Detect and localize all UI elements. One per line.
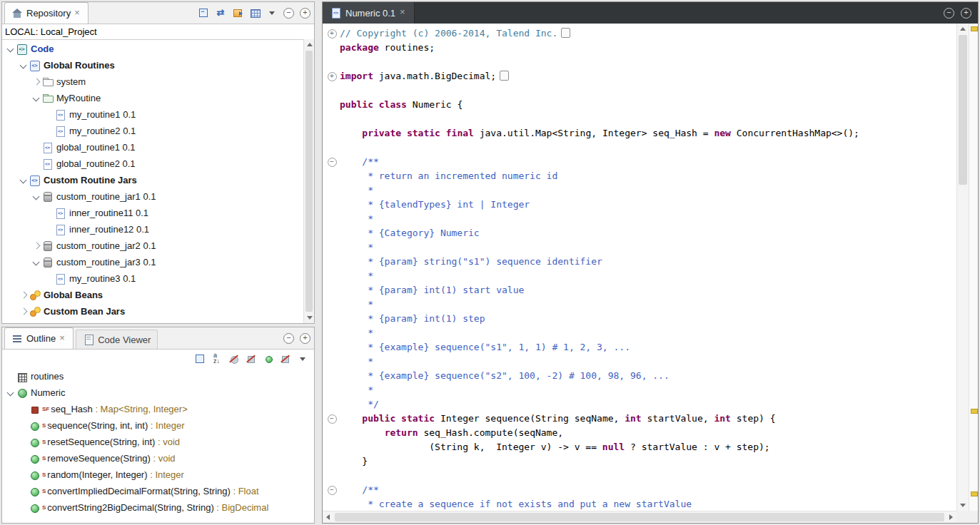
code-line[interactable]: − /** — [324, 483, 955, 497]
fold-collapse-icon[interactable]: − — [328, 158, 337, 167]
maximize-icon[interactable]: + — [300, 333, 310, 344]
collapsed-region-icon[interactable] — [500, 71, 509, 81]
editor-body[interactable]: +// Copyright (c) 2006-2014, Talend Inc.… — [323, 24, 978, 523]
tree-item[interactable]: Global Beans — [2, 287, 303, 303]
minimize-icon[interactable]: − — [944, 8, 954, 19]
tree-item[interactable]: system — [2, 73, 303, 90]
collapse-twistie-icon[interactable] — [31, 191, 42, 203]
code-line[interactable] — [324, 83, 955, 98]
code-line[interactable]: * {param} int(1) start value — [324, 283, 955, 297]
code-line[interactable]: − /** — [324, 155, 955, 169]
minimize-icon[interactable]: − — [283, 8, 294, 19]
tree-item[interactable]: Global Routines — [2, 57, 303, 73]
repository-scrollbar[interactable] — [303, 39, 314, 323]
outline-item[interactable]: SconvertString2BigDecimal(String, String… — [2, 499, 314, 516]
annotation-marker[interactable] — [971, 409, 978, 414]
view-menu-icon[interactable] — [297, 353, 308, 365]
code-line[interactable]: * {param} int(1) step — [324, 312, 955, 326]
close-tab-icon[interactable] — [59, 335, 66, 343]
outline-item[interactable]: Srandom(Integer, Integer) : Integer — [2, 467, 314, 483]
code-line[interactable]: * create a sequence if not exists and pu… — [324, 497, 955, 511]
tab-code-viewer[interactable]: Code Viewer — [76, 330, 158, 349]
code-line[interactable]: public class Numeric { — [324, 98, 955, 112]
code-line[interactable]: * {Category} Numeric — [324, 226, 955, 240]
code-line[interactable]: * — [324, 297, 955, 312]
scroll-down-icon[interactable] — [304, 312, 315, 323]
code-line[interactable]: +import java.math.BigDecimal; — [324, 69, 955, 83]
fold-expand-icon[interactable]: + — [328, 29, 337, 39]
annotation-marker[interactable] — [971, 491, 978, 496]
tree-item[interactable]: my_routine1 0.1 — [2, 106, 303, 123]
code-line[interactable]: * — [324, 240, 955, 255]
code-line[interactable]: */ — [324, 397, 955, 412]
minimize-icon[interactable]: − — [283, 333, 294, 344]
code-line[interactable]: * — [324, 383, 955, 397]
code-line[interactable] — [324, 55, 955, 69]
overview-ruler[interactable] — [969, 24, 978, 511]
outline-item[interactable]: SremoveSequence(String) : void — [2, 450, 314, 467]
tree-item[interactable]: inner_routine11 0.1 — [2, 205, 303, 221]
code-line[interactable]: return seq_Hash.compute(seqName, — [324, 426, 955, 440]
tree-item[interactable]: Code — [2, 41, 303, 57]
outline-item[interactable]: Numeric — [2, 384, 314, 401]
code-area[interactable]: +// Copyright (c) 2006-2014, Talend Inc.… — [324, 26, 955, 511]
tree-item[interactable]: inner_routine12 0.1 — [2, 221, 303, 238]
outline-item[interactable]: SconvertImpliedDecimalFormat(String, Str… — [2, 483, 314, 499]
code-line[interactable] — [324, 141, 955, 155]
code-line[interactable]: } — [324, 454, 955, 469]
view-menu-icon[interactable] — [266, 7, 278, 19]
expand-twistie-icon[interactable] — [18, 290, 29, 301]
code-line[interactable] — [324, 112, 955, 126]
scrollbar-thumb[interactable] — [305, 51, 313, 312]
close-tab-icon[interactable] — [400, 9, 407, 17]
code-line[interactable]: (String k, Integer v) -> v == null ? sta… — [324, 440, 955, 454]
tree-item[interactable]: my_routine3 0.1 — [2, 270, 303, 287]
scroll-right-icon[interactable] — [945, 511, 956, 524]
outline-item[interactable]: routines — [2, 368, 314, 384]
code-line[interactable]: * — [324, 355, 955, 369]
collapse-twistie-icon[interactable] — [5, 387, 16, 399]
code-line[interactable] — [324, 469, 955, 483]
tab-repository[interactable]: Repository — [4, 2, 89, 24]
code-line[interactable]: * — [324, 269, 955, 283]
scrollbar-thumb[interactable] — [335, 513, 944, 521]
scrollbar-thumb[interactable] — [959, 35, 967, 185]
tab-numeric[interactable]: Numeric 0.1 — [323, 2, 415, 24]
expand-twistie-icon[interactable] — [31, 76, 42, 88]
outline-item[interactable]: SresetSequence(String, int) : void — [2, 434, 314, 450]
code-line[interactable]: * return an incremented numeric id — [324, 169, 955, 183]
collapse-twistie-icon[interactable] — [18, 60, 29, 71]
code-line[interactable]: * — [324, 326, 955, 340]
collapse-twistie-icon[interactable] — [31, 93, 42, 104]
code-line[interactable]: − public static Integer sequence(String … — [324, 412, 955, 426]
hide-non-public-icon[interactable] — [263, 353, 274, 365]
collapse-all-icon[interactable] — [198, 7, 209, 19]
code-line[interactable]: * {example} sequence("s1", 1, 1) # 1, 2,… — [324, 340, 955, 355]
tree-item[interactable]: global_routine1 0.1 — [2, 139, 303, 156]
maximize-icon[interactable]: + — [300, 8, 310, 19]
maximize-icon[interactable]: + — [961, 8, 971, 19]
editor-horizontal-scrollbar[interactable] — [323, 511, 956, 523]
close-tab-icon[interactable] — [74, 9, 81, 18]
hide-static-members-icon[interactable] — [246, 353, 257, 365]
hide-local-types-icon[interactable] — [280, 353, 291, 365]
tree-item[interactable]: MyRoutine — [2, 90, 303, 106]
fold-collapse-icon[interactable]: − — [328, 414, 337, 424]
collapse-twistie-icon[interactable] — [5, 44, 16, 55]
scroll-down-icon[interactable] — [957, 500, 969, 511]
refresh-icon[interactable]: ⇄ — [215, 7, 226, 19]
tab-outline[interactable]: Outline — [4, 327, 74, 349]
tree-item[interactable]: custom_routine_jar1 0.1 — [2, 188, 303, 205]
scroll-left-icon[interactable] — [323, 511, 334, 524]
link-with-editor-icon[interactable] — [194, 353, 206, 365]
outline-item[interactable]: SFseq_Hash : Map<String, Integer> — [2, 401, 314, 417]
sort-icon[interactable] — [211, 353, 223, 365]
code-line[interactable]: +// Copyright (c) 2006-2014, Talend Inc. — [324, 26, 955, 41]
code-line[interactable]: package routines; — [324, 41, 955, 55]
tree-item[interactable]: custom_routine_jar3 0.1 — [2, 254, 303, 270]
code-line[interactable]: * {talendTypes} int | Integer — [324, 198, 955, 212]
code-line[interactable]: * — [324, 212, 955, 226]
fold-collapse-icon[interactable]: − — [328, 486, 337, 495]
import-icon[interactable] — [232, 7, 243, 19]
tree-item[interactable]: Custom Routine Jars — [2, 172, 303, 188]
